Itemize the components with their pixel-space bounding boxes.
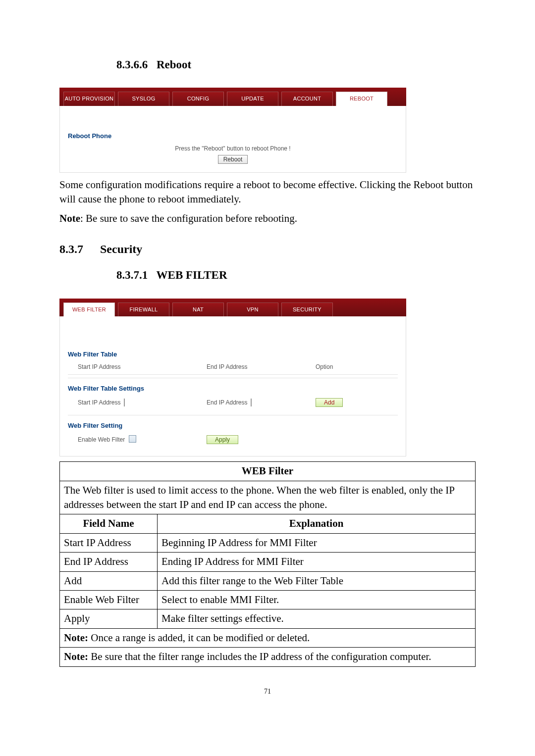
reboot-tabbar: AUTO PROVISION SYSLOG CONFIG UPDATE ACCO…	[59, 88, 406, 105]
heading-reboot: 8.3.6.6 Reboot	[116, 57, 476, 73]
heading-reboot-num: 8.3.6.6	[116, 58, 148, 71]
webfilter-body: Web Filter Table Start IP Address End IP…	[59, 316, 406, 456]
divider	[68, 415, 398, 415]
expl-expl: Select to enable MMI Filter.	[158, 591, 476, 609]
tab-firewall[interactable]: FIREWALL	[118, 302, 169, 316]
webfilter-screenshot: WEB FILTER FIREWALL NAT VPN SECURITY Web…	[59, 299, 406, 457]
divider	[68, 378, 398, 378]
heading-reboot-title: Reboot	[157, 58, 191, 71]
table-row: Add Add this filter range to the Web Fil…	[60, 571, 476, 590]
heading-webfilter: 8.3.7.1 WEB FILTER	[116, 267, 476, 283]
expl-expl: Make filter settings effective.	[158, 609, 476, 628]
end-ip-input[interactable]	[251, 399, 252, 406]
expl-field: End IP Address	[60, 553, 158, 571]
start-ip-input[interactable]	[124, 399, 125, 406]
tab-security[interactable]: SECURITY	[281, 302, 333, 316]
expl-field: Enable Web Filter	[60, 591, 158, 609]
wf-table-header-row: Start IP Address End IP Address Option	[68, 362, 398, 375]
expl-head-field: Field Name	[60, 514, 158, 533]
table-row: Enable Web Filter Select to enable MMI F…	[60, 591, 476, 609]
wf-col-end-ip: End IP Address	[207, 363, 316, 371]
expl-expl: Add this filter range to the Web Filter …	[158, 571, 476, 590]
tab-auto-provision[interactable]: AUTO PROVISION	[63, 92, 115, 105]
reboot-screenshot: AUTO PROVISION SYSLOG CONFIG UPDATE ACCO…	[59, 88, 406, 172]
reboot-note-label: Note	[59, 212, 80, 224]
webfilter-tabbar: WEB FILTER FIREWALL NAT VPN SECURITY	[59, 299, 406, 316]
expl-note1-text: Once a range is added, it can be modifie…	[88, 632, 310, 644]
wf-add-block: Add	[316, 398, 398, 407]
expl-note1-label: Note:	[64, 632, 88, 644]
reboot-note: Note: Be sure to save the configuration …	[59, 211, 476, 226]
reboot-instruction: Press the "Reboot" button to reboot Phon…	[68, 145, 398, 153]
wf-enable-row: Enable Web Filter Apply	[68, 433, 398, 449]
apply-button[interactable]: Apply	[207, 435, 238, 444]
expl-note2-text: Be sure that the filter range includes t…	[88, 651, 431, 662]
table-row: Apply Make filter settings effective.	[60, 609, 476, 628]
reboot-instruction-block: Press the "Reboot" button to reboot Phon…	[68, 145, 398, 164]
wf-apply-block: Apply	[207, 435, 316, 444]
table-row: End IP Address Ending IP Address for MMI…	[60, 553, 476, 571]
wf-start-ip-label: Start IP Address	[78, 399, 121, 406]
page-number: 71	[59, 687, 476, 697]
heading-security-title: Security	[100, 243, 142, 255]
wf-section-settings: Web Filter Table Settings	[68, 384, 398, 393]
enable-web-filter-label: Enable Web Filter	[78, 436, 125, 443]
wf-end-ip-label: End IP Address	[207, 399, 248, 406]
expl-note-1: Note: Once a range is added, it can be m…	[60, 628, 476, 647]
wf-col-option: Option	[316, 363, 398, 371]
heading-security-num: 8.3.7	[59, 243, 83, 255]
reboot-phone-heading: Reboot Phone	[68, 106, 398, 145]
expl-field: Add	[60, 571, 158, 590]
wf-settings-row: Start IP Address End IP Address Add	[68, 396, 398, 412]
reboot-para-1: Some configuration modifications require…	[59, 178, 476, 207]
wf-enable-block: Enable Web Filter	[78, 435, 207, 444]
enable-web-filter-checkbox[interactable]	[129, 435, 136, 443]
table-row: Start IP Address Beginning IP Address fo…	[60, 533, 476, 552]
tab-nat[interactable]: NAT	[172, 302, 224, 316]
tab-config[interactable]: CONFIG	[172, 92, 224, 105]
wf-section-setting: Web Filter Setting	[68, 421, 398, 430]
heading-security: 8.3.7 Security	[59, 241, 476, 258]
tab-syslog[interactable]: SYSLOG	[118, 92, 169, 105]
wf-start-ip-block: Start IP Address	[78, 399, 207, 407]
heading-webfilter-title: WEB FILTER	[157, 269, 227, 281]
expl-expl: Beginning IP Address for MMI Filter	[158, 533, 476, 552]
expl-field: Start IP Address	[60, 533, 158, 552]
reboot-note-text: : Be sure to save the configuration befo…	[80, 212, 297, 224]
expl-note-2: Note: Be sure that the filter range incl…	[60, 648, 476, 666]
tab-web-filter[interactable]: WEB FILTER	[63, 302, 115, 316]
add-button[interactable]: Add	[316, 398, 343, 407]
webfilter-explanation-table: WEB Filter The Web filter is used to lim…	[59, 461, 476, 666]
wf-section-table: Web Filter Table	[68, 350, 398, 359]
wf-end-ip-block: End IP Address	[207, 399, 316, 407]
tab-update[interactable]: UPDATE	[227, 92, 278, 105]
tab-reboot[interactable]: REBOOT	[336, 92, 387, 105]
expl-note2-label: Note:	[64, 651, 88, 662]
expl-expl: Ending IP Address for MMI Filter	[158, 553, 476, 571]
reboot-button[interactable]: Reboot	[218, 155, 248, 164]
tab-vpn[interactable]: VPN	[227, 302, 278, 316]
expl-intro: The Web filter is used to limit access t…	[60, 481, 476, 514]
tab-account[interactable]: ACCOUNT	[281, 92, 333, 105]
heading-webfilter-num: 8.3.7.1	[116, 269, 148, 281]
reboot-body: Reboot Phone Press the "Reboot" button t…	[59, 106, 406, 173]
expl-title: WEB Filter	[60, 462, 476, 481]
expl-head-explanation: Explanation	[158, 514, 476, 533]
expl-field: Apply	[60, 609, 158, 628]
wf-col-start-ip: Start IP Address	[78, 363, 207, 371]
